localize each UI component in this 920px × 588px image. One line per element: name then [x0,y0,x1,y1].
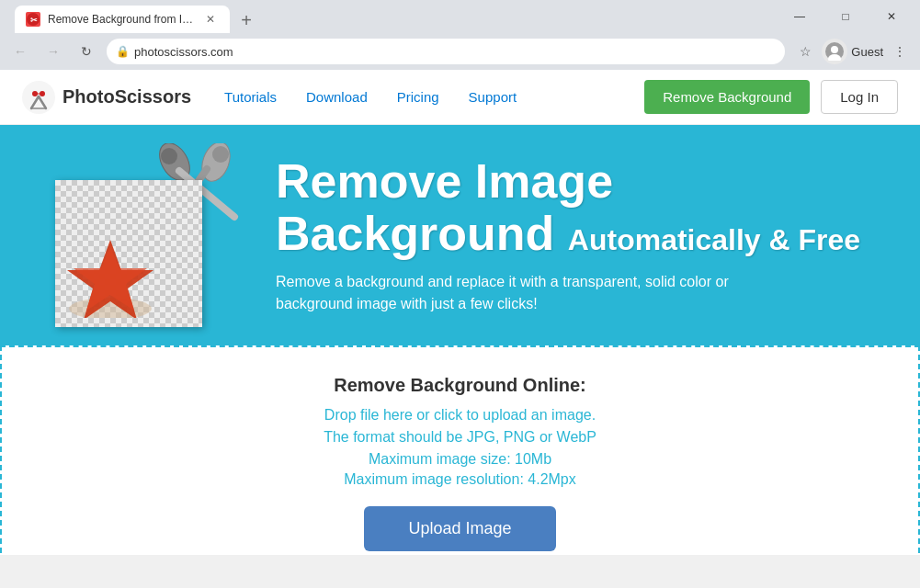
tab-favicon: ✂ [26,12,40,27]
profile-label: Guest [851,45,883,59]
menu-button[interactable]: ⋮ [887,39,913,64]
hero-title: Remove Image Background Automatically & … [276,155,883,260]
new-tab-button[interactable]: + [233,7,259,33]
forward-button[interactable]: → [40,39,66,64]
address-bar-input[interactable] [107,39,785,64]
tab-title: Remove Background from Image [48,13,195,26]
reload-button[interactable]: ↻ [74,39,99,64]
hero-illustration [37,143,257,327]
tab-close-button[interactable]: ✕ [202,11,219,28]
active-tab[interactable]: ✂ Remove Background from Image ✕ [15,6,230,33]
svg-point-3 [831,46,838,53]
hero-subtitle: Remove a background and replace it with … [276,271,790,315]
site-logo[interactable]: PhotoScissors [22,81,191,114]
hero-section: Remove Image Background Automatically & … [0,125,920,345]
svg-point-14 [161,148,177,164]
svg-point-15 [212,146,229,163]
upload-section-title: Remove Background Online: [334,375,586,396]
bookmark-icon[interactable]: ☆ [792,39,818,64]
remove-background-button[interactable]: Remove Background [644,80,810,114]
nav-support[interactable]: Support [458,82,528,112]
back-button[interactable]: ← [7,39,33,64]
photo-preview [55,180,202,327]
upload-format: The format should be JPG, PNG or WebP [324,429,596,446]
upload-max-size: Maximum image size: 10Mb [369,451,551,468]
logo-icon [22,81,55,114]
upload-hint: Drop file here or click to upload an ima… [324,407,596,424]
svg-text:✂: ✂ [30,16,38,25]
login-button[interactable]: Log In [821,80,898,114]
upload-image-button[interactable]: Upload Image [364,506,555,551]
minimize-button[interactable]: — [778,2,821,31]
hero-text-block: Remove Image Background Automatically & … [257,155,883,315]
starfish-image [64,235,156,318]
upload-max-resolution: Maximum image resolution: 4.2Mpx [344,471,576,488]
profile-button[interactable] [822,39,847,64]
nav-pricing[interactable]: Pricing [386,82,450,112]
logo-text: PhotoScissors [62,86,191,107]
nav-tutorials[interactable]: Tutorials [213,82,288,112]
upload-section[interactable]: Remove Background Online: Drop file here… [0,345,920,555]
nav-download[interactable]: Download [295,82,379,112]
maximize-button[interactable]: □ [824,2,867,31]
security-lock-icon: 🔒 [116,45,130,58]
close-button[interactable]: ✕ [870,2,913,31]
